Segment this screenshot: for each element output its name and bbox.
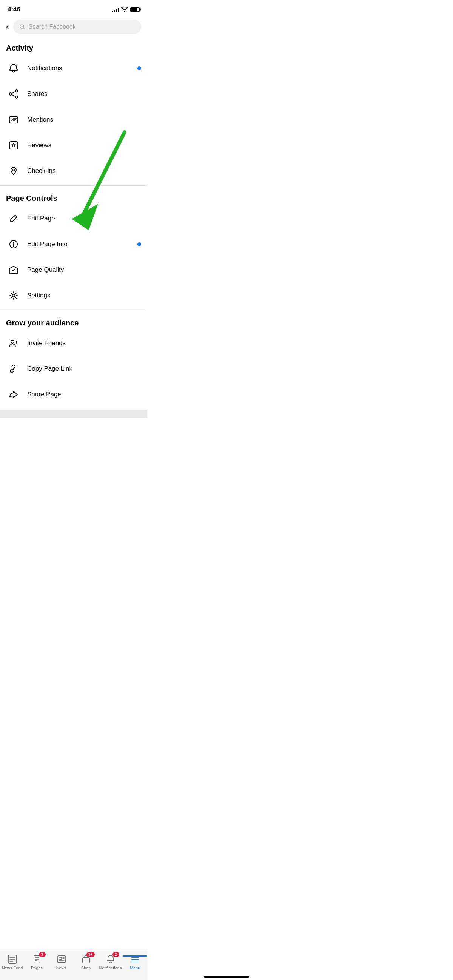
svg-point-19 bbox=[13, 294, 15, 297]
svg-point-18 bbox=[13, 242, 14, 243]
svg-point-3 bbox=[16, 90, 18, 92]
copy-page-link-label: Copy Page Link bbox=[27, 365, 141, 372]
svg-line-6 bbox=[12, 92, 16, 94]
edit-page-label: Edit Page bbox=[27, 215, 141, 222]
copy-page-link-icon bbox=[6, 361, 21, 376]
svg-point-14 bbox=[13, 169, 15, 171]
section-grow-audience: Grow your audience Invite Friends bbox=[0, 312, 147, 407]
invite-friends-label: Invite Friends bbox=[27, 339, 141, 347]
signal-icon bbox=[112, 7, 119, 12]
invite-friends-icon bbox=[6, 336, 21, 351]
status-time: 4:46 bbox=[8, 6, 21, 13]
status-icons bbox=[112, 7, 140, 12]
edit-page-info-badge bbox=[137, 242, 141, 246]
menu-item-copy-page-link[interactable]: Copy Page Link bbox=[0, 356, 147, 382]
svg-point-9 bbox=[11, 119, 13, 121]
back-button[interactable]: ‹ bbox=[6, 22, 9, 32]
page-quality-label: Page Quality bbox=[27, 266, 141, 274]
search-icon bbox=[19, 24, 25, 30]
share-page-icon bbox=[6, 387, 21, 402]
divider-1 bbox=[0, 185, 147, 186]
search-placeholder: Search Facebook bbox=[28, 24, 75, 30]
svg-point-5 bbox=[16, 96, 18, 98]
menu-item-checkins[interactable]: Check-ins bbox=[0, 158, 147, 184]
edit-page-info-icon bbox=[6, 237, 21, 252]
menu-item-page-quality[interactable]: Page Quality bbox=[0, 257, 147, 283]
mentions-label: Mentions bbox=[27, 116, 141, 123]
search-bar-row: ‹ Search Facebook bbox=[0, 17, 147, 37]
checkins-label: Check-ins bbox=[27, 167, 141, 175]
svg-line-15 bbox=[14, 216, 16, 218]
settings-label: Settings bbox=[27, 292, 141, 299]
menu-item-mentions[interactable]: Mentions bbox=[0, 107, 147, 132]
search-input[interactable]: Search Facebook bbox=[13, 20, 141, 34]
menu-item-edit-page-info[interactable]: Edit Page Info bbox=[0, 231, 147, 257]
section-page-controls: Page Controls Edit Page Edit Page Info bbox=[0, 187, 147, 309]
status-bar: 4:46 bbox=[0, 0, 147, 17]
mentions-icon bbox=[6, 112, 21, 127]
menu-item-settings[interactable]: Settings bbox=[0, 283, 147, 309]
notifications-badge bbox=[137, 67, 141, 70]
menu-item-invite-friends[interactable]: Invite Friends bbox=[0, 330, 147, 356]
edit-page-icon bbox=[6, 211, 21, 226]
battery-icon bbox=[130, 7, 140, 12]
notifications-icon bbox=[6, 61, 21, 76]
svg-point-4 bbox=[10, 93, 12, 95]
bottom-spacer bbox=[0, 410, 147, 418]
menu-item-edit-page[interactable]: Edit Page bbox=[0, 206, 147, 231]
notifications-label: Notifications bbox=[27, 65, 137, 72]
settings-icon bbox=[6, 288, 21, 303]
menu-item-reviews[interactable]: Reviews bbox=[0, 132, 147, 158]
svg-rect-13 bbox=[10, 142, 18, 149]
section-activity: Activity Notifications bbox=[0, 37, 147, 184]
section-title-activity: Activity bbox=[0, 37, 147, 56]
menu-item-notifications[interactable]: Notifications bbox=[0, 56, 147, 81]
svg-point-20 bbox=[11, 340, 14, 343]
svg-line-7 bbox=[12, 95, 16, 97]
reviews-label: Reviews bbox=[27, 142, 141, 149]
share-page-label: Share Page bbox=[27, 391, 141, 398]
menu-item-shares[interactable]: Shares bbox=[0, 81, 147, 107]
shares-label: Shares bbox=[27, 90, 141, 98]
wifi-icon bbox=[121, 7, 128, 12]
shares-icon bbox=[6, 86, 21, 102]
divider-2 bbox=[0, 310, 147, 310]
page-quality-icon bbox=[6, 262, 21, 277]
menu-item-share-page[interactable]: Share Page bbox=[0, 382, 147, 407]
edit-page-info-label: Edit Page Info bbox=[27, 240, 137, 248]
reviews-icon bbox=[6, 138, 21, 153]
checkins-icon bbox=[6, 164, 21, 178]
section-title-page-controls: Page Controls bbox=[0, 187, 147, 206]
section-title-grow: Grow your audience bbox=[0, 312, 147, 330]
